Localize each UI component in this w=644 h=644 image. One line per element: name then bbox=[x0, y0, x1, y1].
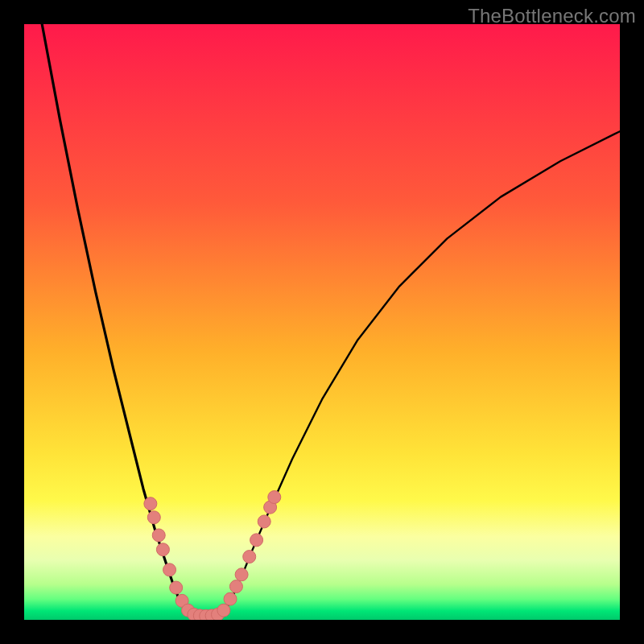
data-point-left-0 bbox=[144, 497, 157, 510]
bottleneck-curve-left bbox=[42, 24, 191, 617]
data-point-right-6 bbox=[258, 515, 270, 528]
data-point-right-1 bbox=[224, 592, 237, 605]
data-point-right-8 bbox=[268, 491, 281, 504]
data-point-left-4 bbox=[163, 564, 176, 576]
data-point-right-0 bbox=[217, 604, 230, 617]
data-point-left-1 bbox=[147, 511, 160, 524]
bottleneck-curve-right bbox=[221, 131, 620, 617]
watermark-text: TheBottleneck.com bbox=[468, 5, 636, 27]
curve-layer bbox=[24, 24, 620, 620]
data-point-left-3 bbox=[156, 543, 169, 556]
data-point-right-5 bbox=[250, 534, 263, 547]
chart-frame: TheBottleneck.com bbox=[0, 0, 644, 644]
data-point-right-3 bbox=[235, 568, 248, 581]
plot-area bbox=[24, 24, 620, 620]
data-point-left-5 bbox=[170, 581, 183, 594]
data-point-right-4 bbox=[243, 551, 256, 564]
data-point-right-2 bbox=[229, 580, 242, 593]
data-point-left-2 bbox=[152, 529, 165, 542]
